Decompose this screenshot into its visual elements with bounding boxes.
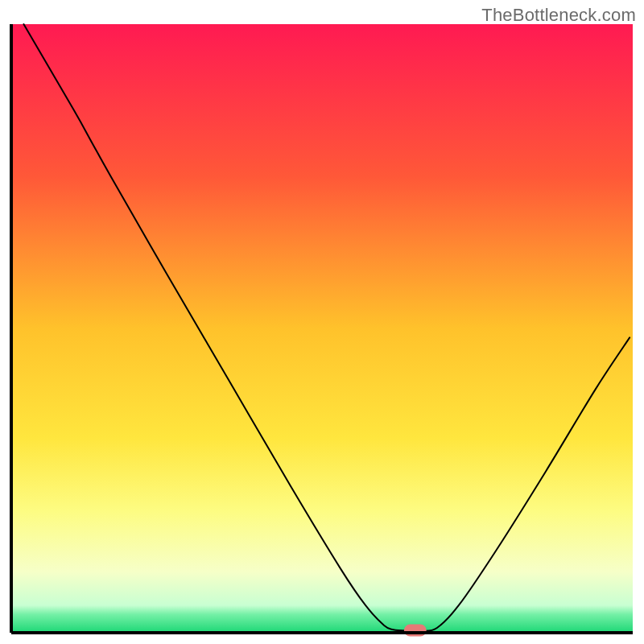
highlight-marker xyxy=(404,624,427,636)
svg-rect-0 xyxy=(11,24,633,633)
watermark-text: TheBottleneck.com xyxy=(481,5,636,26)
bottleneck-chart: TheBottleneck.com xyxy=(0,0,644,644)
chart-canvas xyxy=(0,0,644,644)
